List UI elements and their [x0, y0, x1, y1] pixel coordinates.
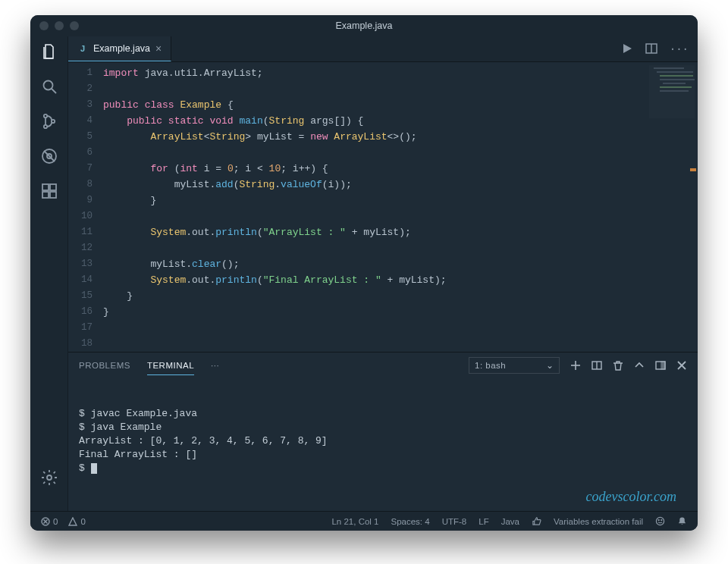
panel-tab-bar: PROBLEMS TERMINAL ··· 1: bash ⌄ [68, 352, 698, 378]
svg-point-4 [51, 120, 54, 123]
bottom-panel: PROBLEMS TERMINAL ··· 1: bash ⌄ [68, 352, 698, 511]
svg-point-2 [43, 114, 46, 118]
watermark-text: codevscolor.com [586, 490, 676, 503]
svg-point-11 [47, 475, 52, 480]
titlebar: Example.java [30, 15, 698, 36]
more-actions-icon[interactable]: ··· [670, 43, 689, 55]
notifications-bell-icon[interactable] [677, 516, 687, 526]
editor-area: 123456789101112131415161718 import java.… [68, 62, 698, 352]
line-number-gutter: 123456789101112131415161718 [68, 65, 103, 352]
status-bar: 0 0 Ln 21, Col 1 Spaces: 4 UTF-8 LF Java… [30, 511, 698, 531]
debug-icon[interactable] [40, 147, 58, 165]
overview-ruler[interactable] [689, 62, 698, 352]
main-area: J Example.java × ··· 123456789101112131 [68, 36, 698, 511]
svg-point-27 [661, 520, 662, 521]
source-control-icon[interactable] [40, 112, 58, 130]
thumbs-up-icon[interactable] [532, 516, 541, 526]
error-count: 0 [53, 517, 58, 526]
new-terminal-icon[interactable] [570, 360, 581, 371]
svg-rect-19 [661, 362, 665, 369]
minimap[interactable] [649, 65, 695, 118]
warning-count: 0 [80, 517, 85, 526]
tab-bar: J Example.java × ··· [68, 36, 698, 62]
status-encoding[interactable]: UTF-8 [442, 517, 467, 526]
dropdown-caret-icon: ⌄ [546, 360, 554, 371]
terminal-output[interactable]: $ javac Example.java$ java ExampleArrayL… [68, 378, 698, 511]
status-errors[interactable]: 0 [41, 517, 58, 526]
svg-point-3 [43, 125, 46, 128]
status-warnings[interactable]: 0 [68, 517, 85, 526]
split-editor-icon[interactable] [645, 43, 657, 55]
explorer-icon[interactable] [40, 42, 58, 61]
svg-rect-8 [50, 184, 56, 190]
editor-actions: ··· [621, 43, 698, 55]
problems-tab[interactable]: PROBLEMS [79, 356, 130, 374]
search-icon[interactable] [40, 77, 58, 96]
status-eol[interactable]: LF [479, 517, 488, 526]
terminal-selector-label: 1: bash [475, 361, 506, 370]
terminal-selector[interactable]: 1: bash ⌄ [469, 357, 560, 374]
status-language[interactable]: Java [501, 517, 519, 526]
svg-line-1 [52, 89, 56, 93]
settings-gear-icon[interactable] [40, 468, 58, 487]
java-file-icon: J [77, 43, 88, 54]
terminal-tab[interactable]: TERMINAL [147, 356, 194, 375]
svg-point-26 [658, 520, 659, 521]
svg-rect-10 [50, 192, 56, 198]
code-content[interactable]: import java.util.ArrayList; public class… [103, 65, 698, 352]
tab-close-icon[interactable]: × [155, 42, 162, 55]
status-indentation[interactable]: Spaces: 4 [391, 517, 429, 526]
kill-terminal-icon[interactable] [613, 360, 623, 371]
split-terminal-icon[interactable] [592, 360, 602, 371]
close-panel-icon[interactable] [676, 360, 687, 371]
panel-more-tab[interactable]: ··· [211, 356, 219, 374]
maximize-panel-icon[interactable] [634, 360, 645, 371]
vscode-window: Example.java [30, 15, 698, 531]
status-message[interactable]: Variables extraction fail [554, 517, 643, 526]
window-title: Example.java [30, 20, 698, 31]
editor-body: J Example.java × ··· 123456789101112131 [30, 36, 698, 511]
svg-point-25 [656, 517, 664, 525]
extensions-icon[interactable] [40, 182, 58, 200]
run-icon[interactable] [621, 43, 633, 55]
tab-filename: Example.java [93, 43, 150, 54]
text-editor[interactable]: 123456789101112131415161718 import java.… [68, 62, 698, 352]
editor-tab[interactable]: J Example.java × [68, 36, 171, 61]
feedback-smiley-icon[interactable] [655, 516, 665, 526]
activity-bar [30, 36, 68, 511]
toggle-panel-icon[interactable] [655, 360, 666, 371]
svg-point-0 [43, 81, 52, 90]
status-cursor-position[interactable]: Ln 21, Col 1 [331, 517, 378, 526]
svg-rect-9 [42, 192, 49, 198]
svg-rect-7 [42, 184, 49, 190]
